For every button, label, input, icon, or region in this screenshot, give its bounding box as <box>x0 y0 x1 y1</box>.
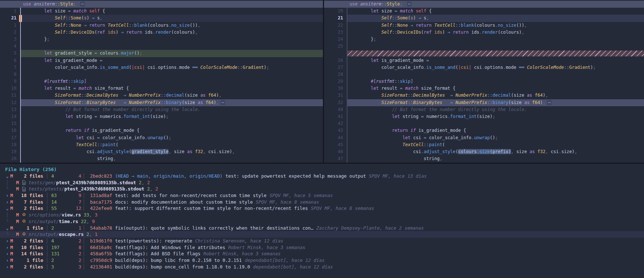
code-line[interactable]: 2 Self::DeviceIDs(ref ids) ⇒ return ids.… <box>0 29 323 36</box>
code-line[interactable]: 25 <box>324 43 644 50</box>
commit-row[interactable]: ⌄M1 file│21│54abab78fix(output): quote s… <box>0 225 644 231</box>
file-row[interactable]: └M⚙src/output/time.rs 22, 9 <box>0 218 644 225</box>
added-count: 2 <box>147 186 150 192</box>
code-line[interactable]: 21 Self::Some(s) ⇒ s, <box>0 15 323 22</box>
code-line[interactable]: 28 <box>324 71 644 78</box>
code-line[interactable]: 31 SizeFormat::DecimalBytes ⇒ NumberPref… <box>324 92 644 99</box>
commit-row[interactable]: ›M18 files│639│131ad8aftest: add tests f… <box>0 192 644 199</box>
code-line[interactable]: 43 return if is_gradient_mode { <box>324 127 644 134</box>
token-pl: size <box>219 149 230 154</box>
code-line[interactable]: 20 let size = match self { <box>324 8 644 15</box>
code-line[interactable]: 1 let size = match self { <box>0 8 323 15</box>
code-line[interactable]: 41 let string = numerics.format_int(size… <box>324 113 644 120</box>
code-line[interactable]: 12 SizeFormat::BinaryBytes ⇒ NumberPrefi… <box>0 99 323 106</box>
chevron-right-icon[interactable]: › <box>4 264 10 270</box>
code-line[interactable]: 6 let is_gradient_mode = <box>0 57 323 64</box>
file-row[interactable]: └Mtests/ptests/ptest_2439b7d68089135b.st… <box>0 186 644 192</box>
code-line[interactable]: 14 let string = numerics.format_int(size… <box>0 113 323 120</box>
commit-row[interactable]: ›M10 files│1978│66d16a9cfeat(flags): Add… <box>0 244 644 251</box>
code-line[interactable]: 27 color_scale_info.is_some_and(|csi| cs… <box>324 64 644 71</box>
commit-row[interactable]: ⌄M2 files│44│2bedc823(HEAD → main, origi… <box>0 173 644 179</box>
code-line[interactable]: 42 <box>324 120 644 127</box>
commit-row[interactable]: ⌄M2 files│5512│422efee0feat!: support di… <box>0 205 644 212</box>
code-line[interactable]: 23 Self::DeviceIDs(ref ids) ⇒ return ids… <box>324 29 644 36</box>
code-line[interactable]: 20 string, <box>0 155 323 162</box>
file-row[interactable]: └M⚙src/output/escape.rs 2, 1 <box>0 231 644 238</box>
code-line[interactable]: 18 TextCell::paint( <box>0 141 323 148</box>
token-op: :: <box>237 65 242 70</box>
code-line[interactable]: 16 return if is_gradient_mode { <box>0 127 323 134</box>
code-line[interactable]: 46 csi.adjust_style(colours.size(prefix)… <box>324 148 644 155</box>
code-line[interactable]: 40 // But format the number directly usi… <box>324 106 644 113</box>
fold-ellipsis-icon[interactable]: ⋯ <box>80 1 85 7</box>
code-line[interactable]: 4 <box>0 43 323 50</box>
token-pl: color_scale_info <box>55 65 97 70</box>
token-ind <box>23 135 34 140</box>
code-line[interactable]: 26 let is_gradient_mode = <box>324 57 644 64</box>
code-line[interactable]: 8 <box>0 71 323 78</box>
code-line[interactable]: 47 string, <box>324 155 644 162</box>
code-line[interactable]: 24 }; <box>324 36 644 43</box>
removed-count: 4 <box>69 173 81 179</box>
token-op: :: <box>66 23 71 28</box>
chevron-right-icon[interactable]: › <box>4 192 10 199</box>
code-line[interactable] <box>324 50 644 57</box>
fold-ellipsis-icon[interactable]: ⋯ <box>220 100 225 105</box>
commit-row[interactable]: ›M2 files│33│42136401build(deps): bump o… <box>0 264 644 270</box>
token-pl: size_format <box>94 86 126 91</box>
commit-author-date: Christina Sørensen, hace 12 días <box>195 238 283 244</box>
token-pu: , <box>546 149 551 154</box>
code-line[interactable]: 45 TextCell::paint( <box>324 141 644 148</box>
file-row[interactable]: │Mtests/gen/ptest_2439b7d68089135b.stdou… <box>0 179 644 186</box>
fold-ellipsis-icon[interactable]: ⋯ <box>547 100 552 105</box>
code-line[interactable]: 32 SizeFormat::BinaryBytes ⇒ NumberPrefi… <box>324 99 644 106</box>
code-line[interactable]: 17 let csi = color_scale_info.unwrap(); <box>0 134 323 141</box>
code-line[interactable]: 29 #[rustfmt::skip] <box>324 78 644 85</box>
chevron-right-icon[interactable]: › <box>4 257 10 264</box>
code-line[interactable]: 2use ansiterm::Style; ⋯ <box>0 1 323 8</box>
token-ind <box>34 156 44 161</box>
code-line[interactable]: 15 <box>0 120 323 127</box>
chevron-down-icon[interactable]: ⌄ <box>4 173 10 179</box>
file-row[interactable]: │M⚙src/options/view.rs 33, 3 <box>0 212 644 218</box>
commit-row[interactable]: ›M7 files│147│baca7175docs: modify docum… <box>0 199 644 205</box>
code-line[interactable]: 5 let gradient_style = colours.major(); <box>0 50 323 57</box>
token-pu: . <box>145 135 147 140</box>
code-text: let result = match size_format { <box>16 85 129 92</box>
file-history-panel[interactable]: File History (256) ⌄M2 files│44│2bedc823… <box>0 164 644 277</box>
commit-row[interactable]: ›M2 files│42│b19d61f0test(powertests): r… <box>0 238 644 244</box>
code-line[interactable]: 9 #[rustfmt::skip] <box>0 78 323 85</box>
diff-pane-new[interactable]: 2use ansiterm::Style; ⋯1 let size = matc… <box>0 0 323 163</box>
code-line[interactable]: 1use ansiterm::Style; ⋯ <box>324 1 644 8</box>
token-pu: , <box>195 30 198 35</box>
code-line[interactable]: 3 }; <box>0 36 323 43</box>
token-ctl: match <box>405 86 421 91</box>
commit-row[interactable]: ›M14 files│1312│458a6f5bfeat(flags): Add… <box>0 251 644 257</box>
chevron-right-icon[interactable]: › <box>4 244 10 251</box>
token-ind <box>360 128 371 133</box>
code-line[interactable]: 13 // But format the number directly usi… <box>0 106 323 113</box>
code-line[interactable]: 1 Self::None ⇒ return TextCell::blank(co… <box>0 22 323 29</box>
line-number: 23 <box>324 29 343 36</box>
code-line[interactable]: 21 Self::Some(s) ⇒ s, <box>324 15 644 22</box>
code-line[interactable]: 19 csi.adjust_style(gradient_style, size… <box>0 148 323 155</box>
token-typ: TextCell <box>108 23 129 28</box>
chevron-down-icon[interactable]: ⌄ <box>4 225 10 231</box>
fold-ellipsis-icon[interactable]: ⋯ <box>407 1 412 7</box>
code-line[interactable]: 44 let csi = color_scale_info.unwrap(); <box>324 134 644 141</box>
code-line[interactable]: 11 SizeFormat::DecimalBytes ⇒ NumberPref… <box>0 92 323 99</box>
code-text: TextCell::paint( <box>343 141 445 148</box>
token-pl: (size <box>509 100 524 105</box>
token-ind <box>55 107 66 112</box>
chevron-down-icon[interactable]: ⌄ <box>4 205 10 212</box>
code-line[interactable]: 22 Self::None ⇒ return TextCell::blank(c… <box>324 22 644 29</box>
chevron-right-icon[interactable]: › <box>4 251 10 257</box>
commit-row[interactable]: ›M1 file│22│c7950dc9build(deps): bump li… <box>0 257 644 264</box>
rust-file-icon: ⚙ <box>22 218 29 225</box>
code-line[interactable]: 10 let result = match size_format { <box>0 85 323 92</box>
diff-pane-old[interactable]: 1use ansiterm::Style; ⋯20 let size = mat… <box>324 0 644 163</box>
code-line[interactable]: 30 let result = match size_format { <box>324 85 644 92</box>
chevron-right-icon[interactable]: › <box>4 199 10 205</box>
chevron-right-icon[interactable]: › <box>4 238 10 244</box>
code-line[interactable]: 7 color_scale_info.is_some_and(|csi| csi… <box>0 64 323 71</box>
